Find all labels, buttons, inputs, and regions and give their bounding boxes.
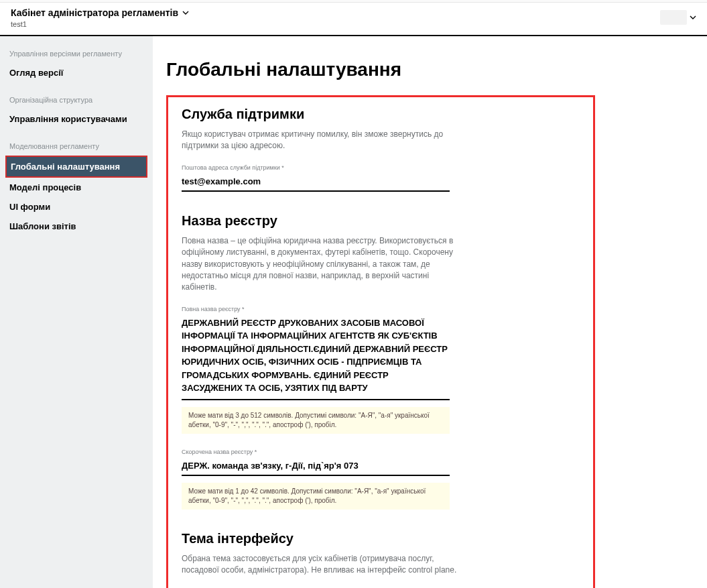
sidebar-section-modeling: Моделювання регламенту: [0, 138, 153, 156]
header: Кабінет адміністратора регламентів test1: [0, 3, 707, 36]
section-title-support: Служба підтримки: [182, 107, 580, 122]
section-desc-theme: Обрана тема застосовується для усіх кабі…: [182, 553, 463, 577]
radio-theme-light[interactable]: Світла тема (за замовченням): [182, 585, 580, 588]
hint-fullname: Може мати від 3 до 512 символів. Допусти…: [182, 407, 450, 434]
hint-shortname: Може мати від 1 до 42 символів. Допустим…: [182, 483, 450, 510]
chevron-down-icon[interactable]: [182, 7, 189, 19]
user-chip[interactable]: [660, 10, 687, 25]
sidebar-item-forms[interactable]: UI форми: [0, 197, 153, 217]
header-title: Кабінет адміністратора регламентів: [11, 7, 178, 18]
sidebar-item-global[interactable]: Глобальні налаштування: [5, 156, 147, 178]
label-shortname: Скорочена назва реєстру *: [182, 449, 580, 455]
settings-highlight-box: Служба підтримки Якщо користувач отримає…: [166, 95, 595, 588]
chevron-down-icon[interactable]: [690, 11, 696, 23]
input-support-email[interactable]: [182, 174, 450, 192]
sidebar-section-org: Організаційна структура: [0, 92, 153, 109]
section-desc-support: Якщо користувач отримає критичну помилку…: [182, 129, 463, 152]
input-fullname[interactable]: ДЕРЖАВНИЙ РЕЄСТР ДРУКОВАНИХ ЗАСОБІВ МАСО…: [182, 315, 450, 400]
sidebar-item-models[interactable]: Моделі процесів: [0, 178, 153, 197]
sidebar-item-users[interactable]: Управління користувачами: [0, 109, 153, 129]
main-content: Глобальні налаштування Служба підтримки …: [153, 36, 707, 588]
section-title-theme: Тема інтерфейсу: [182, 531, 580, 546]
input-shortname[interactable]: [182, 458, 450, 476]
sidebar-item-overview[interactable]: Огляд версії: [0, 63, 153, 82]
section-desc-registry: Повна назва – це офіційна юридична назва…: [182, 235, 463, 294]
sidebar-section-versions: Управління версіями регламенту: [0, 46, 153, 63]
header-subtitle: test1: [11, 20, 189, 28]
label-fullname: Повна назва реєстру *: [182, 306, 580, 312]
sidebar-item-reports[interactable]: Шаблони звітів: [0, 217, 153, 236]
page-title: Глобальні налаштування: [166, 59, 595, 80]
label-support-email: Поштова адреса служби підтримки *: [182, 164, 580, 171]
section-title-registry: Назва реєстру: [182, 213, 580, 229]
sidebar: Управління версіями регламенту Огляд вер…: [0, 36, 153, 588]
